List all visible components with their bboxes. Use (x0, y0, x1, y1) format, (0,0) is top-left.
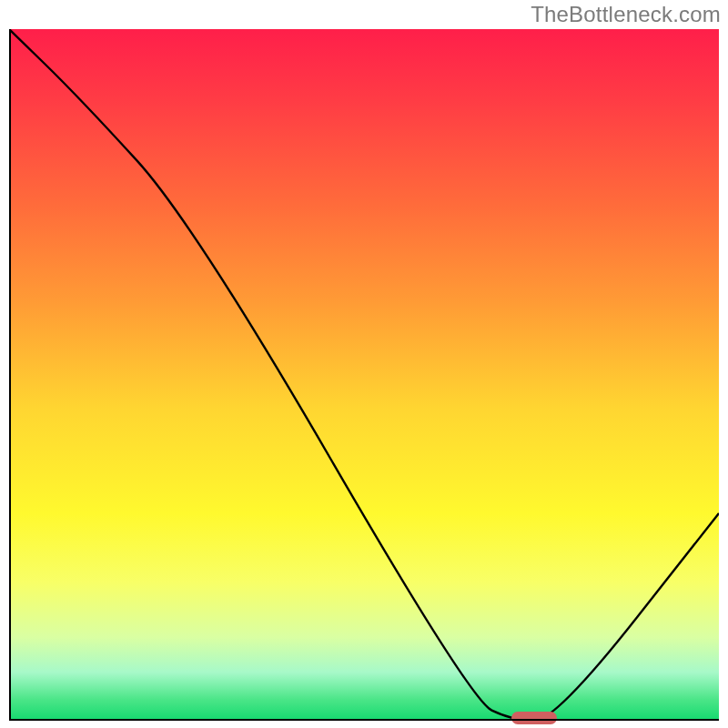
chart-container: TheBottleneck.com (0, 0, 728, 728)
background-gradient (9, 29, 719, 721)
watermark-text: TheBottleneck.com (531, 2, 721, 27)
optimum-marker (511, 712, 557, 724)
plot-area (9, 29, 719, 721)
